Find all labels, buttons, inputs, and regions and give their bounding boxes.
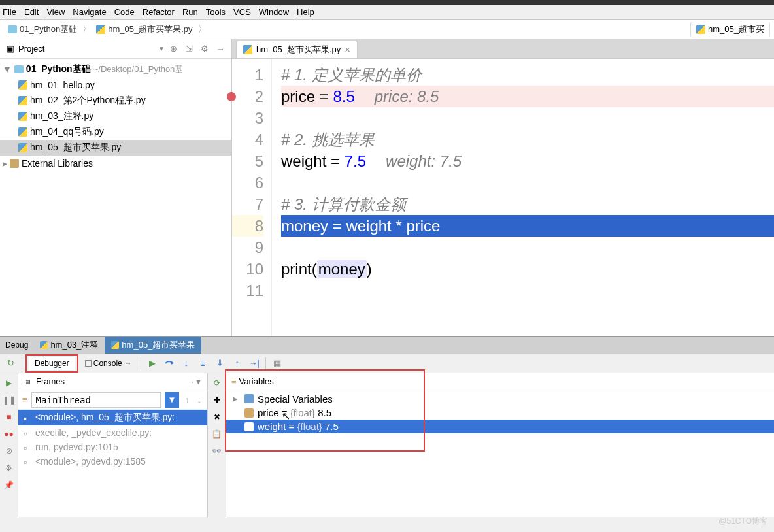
duplicate-icon[interactable]: 📋 xyxy=(211,428,223,440)
code-param: money xyxy=(317,260,367,278)
folder-icon xyxy=(14,65,24,73)
stop-icon[interactable]: ■ xyxy=(3,411,15,423)
variables-title: Variables xyxy=(239,376,274,386)
breakpoint-icon[interactable] xyxy=(227,92,236,101)
frame-row[interactable]: ▫run, pydevd.py:1015 xyxy=(18,440,207,454)
step-over-icon[interactable] xyxy=(161,356,177,371)
resume-icon[interactable]: ▶ xyxy=(3,377,15,389)
next-frame-icon[interactable]: ↓ xyxy=(195,395,204,405)
prev-frame-icon[interactable]: ↑ xyxy=(183,395,192,405)
settings-icon[interactable]: ⚙ xyxy=(3,462,15,474)
menu-refactor[interactable]: Refactor xyxy=(143,7,175,17)
frames-icon: 🗉 xyxy=(24,376,32,386)
menu-tools[interactable]: Tools xyxy=(206,7,226,17)
breadcrumb-file[interactable]: hm_05_超市买苹果.py xyxy=(92,22,196,37)
thread-dropdown[interactable]: MainThread xyxy=(31,392,161,408)
thread-dropdown-button[interactable]: ▼ xyxy=(165,392,179,408)
frame-row[interactable]: ▫<module>, pydevd.py:1585 xyxy=(18,454,207,469)
variables-panel: ≡ Variables ▸ Special Variables price = … xyxy=(226,373,774,517)
resume-icon[interactable]: ▶ xyxy=(144,356,160,371)
debug-file-tab[interactable]: hm_03_注释 xyxy=(33,337,105,354)
watermark: @51CTO博客 xyxy=(718,516,767,527)
python-icon xyxy=(18,80,27,90)
evaluate-icon[interactable]: ▦ xyxy=(269,356,285,371)
vars-icon: ≡ xyxy=(231,376,237,386)
code-content[interactable]: # 1. 定义苹果的单价 price = 8.5price: 8.5 # 2. … xyxy=(271,59,774,336)
var-icon xyxy=(244,408,254,418)
tree-file[interactable]: hm_02_第2个Python程序.py xyxy=(0,93,231,108)
file-label: hm_03_注释.py xyxy=(30,110,93,122)
root-path: ~/Desktop/01_Python基 xyxy=(93,64,184,74)
var-special[interactable]: ▸ Special Variables xyxy=(226,391,774,406)
menu-run[interactable]: Run xyxy=(182,7,198,17)
mute-breakpoints-icon[interactable]: ⊘ xyxy=(3,445,15,457)
frame-icon: ▫ xyxy=(24,442,33,452)
menu-edit[interactable]: Edit xyxy=(24,7,39,17)
var-row-selected[interactable]: weight = {float} 7.5 xyxy=(226,420,774,433)
menu-help[interactable]: Help xyxy=(297,7,314,17)
restore-icon[interactable]: ⟳ xyxy=(211,377,223,389)
step-out-icon[interactable]: ↑ xyxy=(229,356,245,371)
target-icon[interactable]: ⊕ xyxy=(169,44,178,54)
hide-icon[interactable]: → xyxy=(216,44,225,54)
dropdown-icon[interactable]: ▼ xyxy=(158,45,165,52)
frame-row-active[interactable]: ▪<module>, hm_05_超市买苹果.py: xyxy=(18,410,207,425)
menu-vcs[interactable]: VCS xyxy=(233,7,251,17)
remove-watch-icon[interactable]: ✖ xyxy=(211,411,223,423)
frames-panel: 🗉 Frames →▼ ≡ MainThread ▼ ↑ ↓ ▪<module>… xyxy=(18,373,208,517)
frames-dropdown-icon[interactable]: →▼ xyxy=(188,378,202,386)
pin-icon[interactable]: 📌 xyxy=(3,479,15,491)
gutter[interactable]: 1 2 3 4 5 6 7 8 9 10 11 xyxy=(232,59,271,336)
group-icon xyxy=(244,394,254,403)
menu-window[interactable]: Window xyxy=(259,7,289,17)
step-into-icon[interactable]: ↓ xyxy=(178,356,194,371)
file-selector-label: hm_05_超市买 xyxy=(708,24,764,35)
file-label: hm_04_qq号码.py xyxy=(30,126,104,138)
paren: ( xyxy=(312,260,317,278)
rerun-icon[interactable]: ↻ xyxy=(3,356,18,371)
tree-external-libs[interactable]: ▸External Libraries xyxy=(0,156,231,171)
menu-navigate[interactable]: Navigate xyxy=(73,7,106,17)
gear-icon[interactable]: ⚙ xyxy=(200,44,209,54)
editor-tab-label: hm_05_超市买苹果.py xyxy=(256,44,341,56)
tree-file[interactable]: hm_01_hello.py xyxy=(0,77,231,93)
view-breakpoints-icon[interactable]: ●● xyxy=(3,428,15,440)
run-to-cursor-icon[interactable]: →| xyxy=(246,356,262,371)
console-tab[interactable]: Console→ xyxy=(80,357,137,370)
menu-view[interactable]: View xyxy=(46,7,65,17)
debug-tabs-bar: Debug hm_03_注释 hm_05_超市买苹果 xyxy=(0,337,774,354)
file-selector-right[interactable]: hm_05_超市买 xyxy=(690,22,770,37)
pause-icon[interactable]: ❚❚ xyxy=(3,394,15,406)
code-editor[interactable]: 1 2 3 4 5 6 7 8 9 10 11 # 1. 定义苹果的单价 pri… xyxy=(232,59,774,336)
tree-file[interactable]: hm_04_qq号码.py xyxy=(0,124,231,140)
var-row[interactable]: price = {float} 8.5 xyxy=(226,406,774,420)
menu-file[interactable]: File xyxy=(3,7,16,17)
breadcrumb-project[interactable]: 01_Python基础 xyxy=(4,22,81,37)
editor-tab[interactable]: hm_05_超市买苹果.py ✕ xyxy=(236,41,358,58)
step-into-my-icon[interactable]: ⤓ xyxy=(195,356,211,371)
tree-file[interactable]: hm_03_注释.py xyxy=(0,108,231,124)
collapse-icon[interactable]: ⇲ xyxy=(184,44,194,54)
var-icon xyxy=(244,422,254,431)
debug-left-toolbar: ▶ ❚❚ ■ ●● ⊘ ⚙ 📌 xyxy=(0,373,18,517)
frames-header: 🗉 Frames →▼ xyxy=(18,373,207,390)
code-number: 8.5 xyxy=(333,88,354,105)
code-comment: # 1. 定义苹果的单价 xyxy=(281,66,422,84)
expand-icon[interactable]: ▸ xyxy=(233,393,241,405)
debug-file-tab-active[interactable]: hm_05_超市买苹果 xyxy=(105,337,201,354)
breadcrumb-project-label: 01_Python基础 xyxy=(20,24,77,35)
tree-root[interactable]: ▼ 01_Python基础~/Desktop/01_Python基 xyxy=(0,61,231,77)
tree-file-active[interactable]: hm_05_超市买苹果.py xyxy=(0,140,231,156)
new-watch-icon[interactable]: ✚ xyxy=(211,394,223,406)
frame-label: <module>, hm_05_超市买苹果.py: xyxy=(35,412,175,424)
menu-code[interactable]: Code xyxy=(114,7,135,17)
frame-icon: ▪ xyxy=(24,413,33,422)
file-label: hm_01_hello.py xyxy=(30,80,95,90)
frame-row[interactable]: ▫execfile, _pydev_execfile.py: xyxy=(18,425,207,440)
force-step-icon[interactable]: ⇓ xyxy=(212,356,228,371)
close-icon[interactable]: ✕ xyxy=(345,46,350,54)
python-icon xyxy=(18,96,27,105)
show-watches-icon[interactable]: 👓 xyxy=(211,445,223,457)
python-icon xyxy=(96,25,105,34)
debugger-tab[interactable]: Debugger xyxy=(29,357,75,370)
